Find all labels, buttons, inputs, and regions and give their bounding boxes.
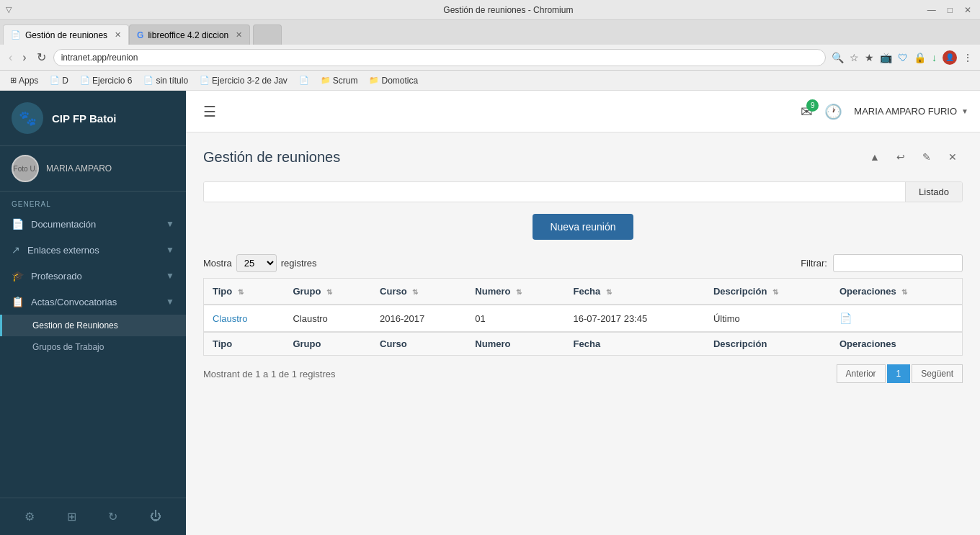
maximize-btn[interactable]: □	[945, 4, 956, 17]
bookmark-apps[interactable]: ⊞ Apps	[6, 74, 43, 87]
col-grupo[interactable]: Grupo ⇅	[284, 279, 371, 305]
filter-label: Filtrar:	[801, 258, 827, 269]
bookmarks-bar: ⊞ Apps 📄 D 📄 Ejercicio 6 📄 sin título 📄 …	[0, 71, 980, 91]
col-descripcion-sort: ⇅	[772, 288, 778, 296]
minimize-btn[interactable]: —	[925, 4, 939, 17]
forward-btn[interactable]: ›	[19, 50, 29, 66]
bookmark-ejercicio6[interactable]: 📄 Ejercicio 6	[76, 74, 136, 87]
menu-btn[interactable]: ⋮	[961, 50, 974, 65]
notification-badge: 9	[806, 99, 819, 112]
url-text: intranet.app/reunion	[61, 53, 138, 63]
apps-grid-icon: ⊞	[10, 76, 17, 85]
bookmark-ejercicio32[interactable]: 📄 Ejercicio 3-2 de Jav	[195, 74, 292, 87]
cell-tipo: Claustro	[204, 305, 285, 332]
sidebar-section-general: GENERAL	[0, 192, 186, 211]
col-curso-sort: ⇅	[412, 288, 418, 296]
bookmark-unnamed-icon: 📄	[299, 76, 309, 85]
grid-icon[interactable]: ⊞	[64, 507, 79, 526]
refresh-icon[interactable]: ↻	[105, 507, 120, 526]
settings-icon[interactable]: ⚙	[22, 507, 37, 526]
sidebar-app-name: CIP FP Batoi	[52, 112, 116, 125]
user-avatar: Foto U.	[12, 155, 39, 182]
edit-btn[interactable]: ✎	[917, 147, 937, 167]
sidebar-sub-gestion-reuniones[interactable]: Gestion de Reuniones	[0, 315, 186, 336]
bookmark-d[interactable]: 📄 D	[45, 74, 73, 87]
next-page-btn[interactable]: Següent	[912, 364, 963, 383]
foot-operaciones: Operaciones	[831, 332, 963, 356]
tab-close-inactive[interactable]: ✕	[236, 30, 242, 40]
bookmark-icon[interactable]: ☆	[848, 50, 860, 65]
bookmark-unnamed[interactable]: 📄	[295, 74, 313, 86]
browser-titlebar: ▽ Gestión de reuniones - Chromium — □ ✕	[0, 0, 980, 20]
user-dropdown[interactable]: MARIA AMPARO FURIO ▼	[854, 106, 968, 117]
op-doc-icon[interactable]: 📄	[839, 313, 852, 324]
actas-icon: 📋	[12, 296, 24, 307]
bookmark-scrum[interactable]: 📁 Scrum	[316, 74, 362, 87]
window-controls[interactable]: — □ ✕	[925, 4, 974, 17]
url-bar[interactable]: intranet.app/reunion	[53, 49, 826, 66]
prev-page-btn[interactable]: Anterior	[837, 364, 886, 383]
notifications-btn[interactable]: ✉ 9	[801, 103, 813, 120]
sidebar-item-actas[interactable]: 📋 Actas/Convocatorias ▼	[0, 289, 186, 315]
tab-close-active[interactable]: ✕	[115, 30, 121, 40]
sidebar-item-documentacion[interactable]: 📄 Documentación ▼	[0, 211, 186, 237]
table-controls: Mostra 25 50 100 registres Filtrar:	[203, 254, 963, 272]
bookmark-domotica[interactable]: 📁 Domotica	[365, 74, 422, 87]
power-icon[interactable]: ⏻	[147, 507, 164, 526]
zoom-icon[interactable]: 🔍	[830, 50, 845, 65]
sidebar-item-profesorado[interactable]: 🎓 Profesorado ▼	[0, 263, 186, 289]
tipo-link[interactable]: Claustro	[213, 313, 247, 324]
listado-btn[interactable]: Listado	[905, 182, 962, 202]
cell-numero: 01	[466, 305, 564, 332]
undo-btn[interactable]: ↩	[891, 147, 911, 167]
close-btn[interactable]: ✕	[961, 4, 974, 17]
col-curso[interactable]: Curso ⇅	[371, 279, 466, 305]
documentacion-arrow: ▼	[166, 219, 174, 229]
enlaces-label: Enlaces externos	[27, 245, 99, 256]
close-page-btn[interactable]: ✕	[943, 147, 963, 167]
reload-btn[interactable]: ↻	[34, 49, 49, 66]
sidebar-logo: 🐾	[12, 102, 43, 134]
back-btn[interactable]: ‹	[6, 50, 15, 66]
col-tipo[interactable]: Tipo ⇅	[204, 279, 285, 305]
page-actions: ▲ ↩ ✎ ✕	[865, 147, 963, 167]
nueva-btn-row: Nueva reunión	[203, 214, 963, 240]
clock-btn[interactable]: 🕐	[824, 103, 842, 120]
col-descripcion[interactable]: Descripción ⇅	[705, 279, 831, 305]
collapse-btn[interactable]: ▲	[865, 147, 885, 167]
tab-icon-google: G	[137, 30, 143, 40]
hamburger-menu[interactable]: ☰	[197, 100, 222, 123]
user-avatar-icon[interactable]: 👤	[941, 49, 958, 66]
shield-icon[interactable]: 🛡	[896, 50, 909, 65]
nueva-reunion-button[interactable]: Nueva reunión	[533, 214, 633, 240]
sidebar-item-enlaces[interactable]: ↗ Enlaces externos ▼	[0, 237, 186, 263]
tab-active[interactable]: 📄 Gestión de reuniones ✕	[3, 24, 129, 45]
grupos-trabajo-label: Grupos de Trabajo	[32, 342, 104, 352]
top-navbar: ☰ ✉ 9 🕐 MARIA AMPARO FURIO ▼	[186, 91, 980, 132]
col-operaciones[interactable]: Operaciones ⇅	[831, 279, 963, 305]
enlaces-arrow: ▼	[166, 245, 174, 255]
col-numero[interactable]: Numero ⇅	[466, 279, 564, 305]
foot-descripcion: Descripción	[705, 332, 831, 356]
page1-btn[interactable]: 1	[887, 364, 911, 383]
show-entries-select[interactable]: 25 50 100	[236, 254, 277, 272]
sidebar-sub-grupos-trabajo[interactable]: Grupos de Trabajo	[0, 336, 186, 358]
dropdown-arrow-icon: ▼	[961, 107, 968, 115]
filter-input[interactable]	[833, 254, 963, 272]
cast-icon[interactable]: 📺	[878, 50, 894, 65]
avatar-label: Foto U.	[14, 165, 37, 173]
profile-avatar: 👤	[943, 50, 957, 65]
profesorado-arrow: ▼	[166, 271, 174, 281]
tab-inactive[interactable]: G libreoffice 4.2 diccion ✕	[129, 24, 250, 45]
filter-bar-input[interactable]	[204, 182, 905, 202]
col-descripcion-label: Descripción	[713, 286, 767, 297]
bookmark-sintitulo[interactable]: 📄 sin título	[139, 74, 192, 87]
sidebar-user-name: MARIA AMPARO	[46, 163, 112, 174]
extensions-icon[interactable]: ★	[863, 50, 876, 65]
page-header: Gestión de reuniones ▲ ↩ ✎ ✕	[203, 147, 963, 167]
actas-label: Actas/Convocatorias	[31, 297, 117, 307]
col-fecha[interactable]: Fecha ⇅	[565, 279, 705, 305]
vpn-icon[interactable]: 🔒	[912, 50, 927, 65]
update-icon[interactable]: ↓	[930, 50, 938, 65]
sidebar-footer: ⚙ ⊞ ↻ ⏻	[0, 498, 186, 535]
